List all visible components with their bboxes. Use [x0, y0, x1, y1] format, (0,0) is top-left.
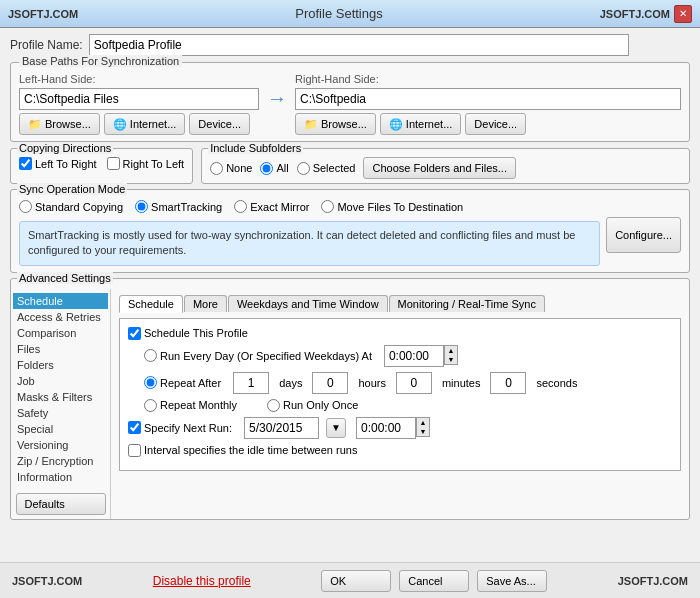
sidebar-item-files[interactable]: Files — [13, 341, 108, 357]
smart-tracking-radio[interactable] — [135, 200, 148, 213]
tab-weekdays[interactable]: Weekdays and Time Window — [228, 295, 388, 312]
run-every-day-radio[interactable] — [144, 349, 157, 362]
sidebar-item-comparison[interactable]: Comparison — [13, 325, 108, 341]
sidebar-item-access-retries[interactable]: Access & Retries — [13, 309, 108, 325]
right-to-left-option[interactable]: Right To Left — [107, 157, 185, 170]
interval-specifies-checkbox[interactable] — [128, 444, 141, 457]
cancel-button[interactable]: Cancel — [399, 570, 469, 592]
sidebar-item-folders[interactable]: Folders — [13, 357, 108, 373]
specify-next-run-checkbox[interactable] — [128, 421, 141, 434]
right-browse-button[interactable]: 📁 Browse... — [295, 113, 376, 135]
all-radio[interactable] — [260, 162, 273, 175]
advanced-settings-title: Advanced Settings — [17, 272, 113, 284]
repeat-after-radio[interactable] — [144, 376, 157, 389]
repeat-days-input[interactable] — [233, 372, 269, 394]
tab-schedule[interactable]: Schedule — [119, 295, 183, 313]
disable-profile-link[interactable]: Disable this profile — [153, 574, 251, 588]
sidebar-item-masks-filters[interactable]: Masks & Filters — [13, 389, 108, 405]
spin-down-icon[interactable]: ▼ — [445, 355, 457, 364]
run-only-once-radio[interactable] — [267, 399, 280, 412]
bottom-bar: JSOFTJ.COM Disable this profile OK Cance… — [0, 562, 700, 598]
close-button[interactable]: ✕ — [674, 5, 692, 23]
left-device-button[interactable]: Device... — [189, 113, 250, 135]
next-run-time-spinner[interactable]: ▲ ▼ — [416, 417, 430, 437]
run-every-day-time-spinner[interactable]: ▲ ▼ — [444, 345, 458, 365]
selected-option[interactable]: Selected — [297, 162, 356, 175]
repeat-monthly-option[interactable]: Repeat Monthly — [144, 399, 237, 412]
schedule-this-profile-checkbox[interactable] — [128, 327, 141, 340]
all-option[interactable]: All — [260, 162, 288, 175]
run-every-day-time-input[interactable] — [384, 345, 444, 367]
spin-up-icon[interactable]: ▲ — [445, 346, 457, 355]
smart-tracking-option[interactable]: SmartTracking — [135, 200, 222, 213]
left-hand-side-label: Left-Hand Side: — [19, 73, 259, 85]
next-run-time-input[interactable] — [356, 417, 416, 439]
repeat-hours-input[interactable] — [312, 372, 348, 394]
tab-bar: Schedule More Weekdays and Time Window M… — [119, 295, 681, 312]
right-device-button[interactable]: Device... — [465, 113, 526, 135]
choose-folders-button[interactable]: Choose Folders and Files... — [363, 157, 516, 179]
spin-down-time-icon[interactable]: ▼ — [417, 427, 429, 436]
configure-button[interactable]: Configure... — [606, 217, 681, 253]
ok-button[interactable]: OK — [321, 570, 391, 592]
base-paths-title: Base Paths For Synchronization — [19, 55, 182, 67]
move-files-option[interactable]: Move Files To Destination — [321, 200, 463, 213]
run-only-once-option[interactable]: Run Only Once — [267, 399, 358, 412]
right-internet-button[interactable]: 🌐 Internet... — [380, 113, 461, 135]
include-subfolders-title: Include Subfolders — [208, 142, 303, 154]
selected-radio[interactable] — [297, 162, 310, 175]
left-internet-button[interactable]: 🌐 Internet... — [104, 113, 185, 135]
arrow-icon: → — [267, 87, 287, 110]
defaults-button[interactable]: Defaults — [16, 493, 106, 515]
left-path-input[interactable] — [19, 88, 259, 110]
sidebar-item-schedule[interactable]: Schedule — [13, 293, 108, 309]
left-browse-button[interactable]: 📁 Browse... — [19, 113, 100, 135]
save-as-button[interactable]: Save As... — [477, 570, 547, 592]
schedule-this-profile-option[interactable]: Schedule This Profile — [128, 327, 248, 340]
specify-next-run-option[interactable]: Specify Next Run: — [128, 421, 232, 434]
title-bar-title: Profile Settings — [295, 6, 382, 21]
minutes-label: minutes — [442, 377, 481, 389]
schedule-panel: Schedule This Profile Run Every Day (Or … — [119, 318, 681, 471]
internet-icon: 🌐 — [113, 118, 127, 131]
move-files-radio[interactable] — [321, 200, 334, 213]
none-radio[interactable] — [210, 162, 223, 175]
interval-specifies-option[interactable]: Interval specifies the idle time between… — [128, 444, 357, 457]
right-to-left-checkbox[interactable] — [107, 157, 120, 170]
sidebar-item-versioning[interactable]: Versioning — [13, 437, 108, 453]
none-option[interactable]: None — [210, 162, 252, 175]
profile-name-input[interactable] — [89, 34, 629, 56]
run-every-day-option[interactable]: Run Every Day (Or Specified Weekdays) At — [144, 349, 372, 362]
right-path-input[interactable] — [295, 88, 681, 110]
internet-icon-right: 🌐 — [389, 118, 403, 131]
tab-more[interactable]: More — [184, 295, 227, 312]
standard-copying-option[interactable]: Standard Copying — [19, 200, 123, 213]
sync-mode-title: Sync Operation Mode — [17, 183, 127, 195]
advanced-sidebar: Schedule Access & Retries Comparison Fil… — [11, 289, 111, 519]
repeat-after-option[interactable]: Repeat After — [144, 376, 221, 389]
sidebar-item-zip-encryption[interactable]: Zip / Encryption — [13, 453, 108, 469]
profile-name-label: Profile Name: — [10, 38, 83, 52]
sidebar-item-safety[interactable]: Safety — [13, 405, 108, 421]
sidebar-item-special[interactable]: Special — [13, 421, 108, 437]
date-picker-button[interactable]: ▼ — [326, 418, 346, 438]
days-label: days — [279, 377, 302, 389]
tab-area: Schedule More Weekdays and Time Window M… — [111, 289, 689, 519]
spin-up-time-icon[interactable]: ▲ — [417, 418, 429, 427]
sidebar-item-information[interactable]: Information — [13, 469, 108, 485]
left-to-right-checkbox[interactable] — [19, 157, 32, 170]
hours-label: hours — [358, 377, 386, 389]
tab-monitoring[interactable]: Monitoring / Real-Time Sync — [389, 295, 545, 312]
exact-mirror-option[interactable]: Exact Mirror — [234, 200, 309, 213]
bottom-right-brand: JSOFTJ.COM — [618, 575, 688, 587]
repeat-minutes-input[interactable] — [396, 372, 432, 394]
seconds-label: seconds — [536, 377, 577, 389]
repeat-monthly-radio[interactable] — [144, 399, 157, 412]
repeat-seconds-input[interactable] — [490, 372, 526, 394]
exact-mirror-radio[interactable] — [234, 200, 247, 213]
next-run-date-input[interactable] — [244, 417, 319, 439]
standard-copying-radio[interactable] — [19, 200, 32, 213]
left-to-right-option[interactable]: Left To Right — [19, 157, 97, 170]
sidebar-item-job[interactable]: Job — [13, 373, 108, 389]
bottom-buttons: OK Cancel Save As... — [321, 570, 547, 592]
